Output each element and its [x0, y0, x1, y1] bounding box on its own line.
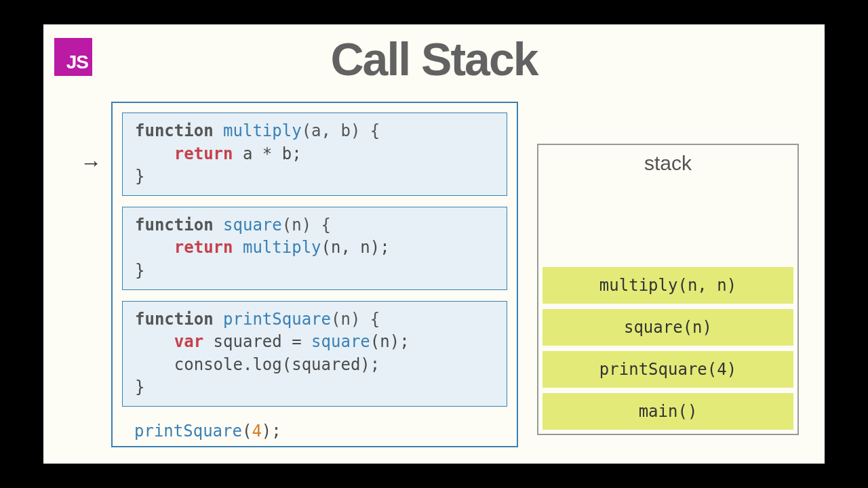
stack-frame: printSquare(4) — [542, 351, 793, 388]
function-call: square — [311, 332, 370, 351]
function-name: printSquare — [223, 310, 331, 329]
var-name: squared = — [203, 332, 311, 351]
code-block-square: function square(n) { return multiply(n, … — [122, 207, 507, 290]
close-brace: } — [135, 167, 144, 186]
keyword-function: function — [135, 216, 223, 235]
execution-pointer-arrow: → — [80, 150, 102, 176]
paren-open: ( — [242, 422, 252, 441]
indent — [135, 355, 174, 374]
keyword-function: function — [135, 310, 223, 329]
params: (n) { — [331, 310, 380, 329]
argument-number: 4 — [252, 422, 261, 441]
stack-box: stack multiply(n, n) square(n) printSqua… — [537, 144, 799, 435]
indent — [135, 332, 174, 351]
code-invocation: printSquare(4); — [122, 418, 507, 445]
indent — [135, 144, 174, 163]
expression: a * b; — [233, 144, 302, 163]
function-name: multiply — [223, 121, 302, 140]
function-call: multiply — [233, 238, 321, 257]
keyword-function: function — [135, 121, 223, 140]
close-brace: } — [135, 378, 144, 396]
args: (n); — [370, 332, 410, 351]
paren-close: ); — [262, 422, 281, 441]
stack-frame: main() — [542, 393, 793, 430]
keyword-var: var — [174, 332, 203, 351]
stack-frame: square(n) — [542, 309, 793, 346]
slide-title: Call Stack — [43, 33, 825, 85]
params: (a, b) { — [302, 121, 380, 140]
function-call: printSquare — [134, 422, 242, 441]
stack-frames: multiply(n, n) square(n) printSquare(4) … — [538, 179, 797, 434]
console-log: console.log — [174, 355, 282, 374]
args: (n, n); — [321, 238, 390, 257]
code-block-printsquare: function printSquare(n) { var squared = … — [122, 301, 507, 407]
stack-frame: multiply(n, n) — [542, 267, 793, 304]
function-name: square — [223, 216, 282, 235]
params: (n) { — [282, 216, 331, 235]
code-block-multiply: function multiply(a, b) { return a * b; … — [122, 113, 507, 196]
slide: JS Call Stack → function multiply(a, b) … — [43, 24, 825, 464]
code-container: function multiply(a, b) { return a * b; … — [111, 102, 518, 447]
keyword-return: return — [174, 144, 233, 163]
stack-label: stack — [538, 145, 797, 179]
indent — [135, 238, 174, 257]
keyword-return: return — [174, 238, 233, 257]
close-brace: } — [135, 261, 144, 280]
args: (squared); — [282, 355, 380, 374]
